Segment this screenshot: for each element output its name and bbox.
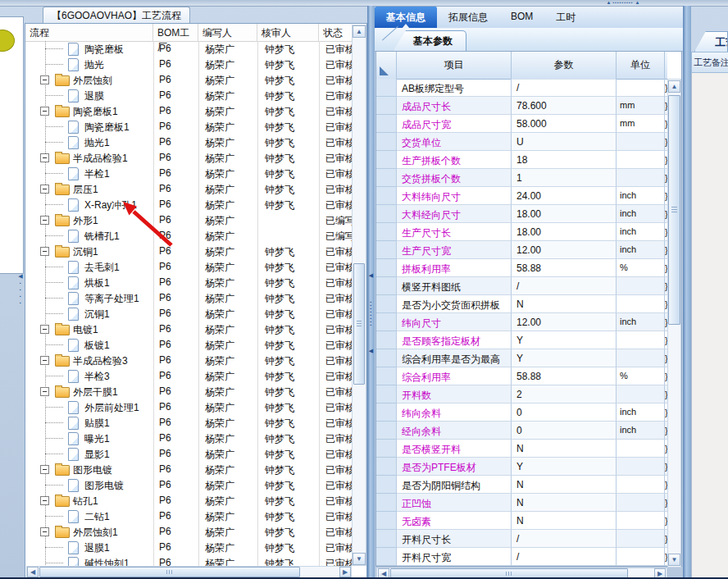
collapse-minus-icon[interactable] (40, 185, 49, 194)
scroll-up-icon[interactable]: ▲ (353, 25, 366, 38)
cell-value[interactable]: N (512, 494, 617, 512)
subtab-basic-params[interactable]: 基本参数 (393, 30, 466, 52)
tree-cell[interactable]: 显影1 (25, 446, 153, 462)
cell-value[interactable]: 0 (512, 422, 617, 440)
splitter-collapse-grip[interactable]: ◀ ▪▪▪▪▪▪▪▪ ◀ (367, 272, 375, 354)
tree-cell[interactable]: 板镀1 (25, 337, 153, 353)
table-row[interactable]: 横竖开料图纸 / } (376, 277, 667, 295)
tree-cell[interactable]: 图形电镀 (25, 477, 153, 493)
row-header[interactable] (376, 241, 397, 259)
tree-row[interactable]: 半检3 P6 杨荣广 钟梦飞 已审核 (25, 368, 352, 384)
tree-row[interactable]: 外层前处理1 P6 杨荣广 钟梦飞 已审核 (25, 399, 352, 415)
table-row[interactable]: 生产尺寸长 18.00 inch } (376, 223, 667, 241)
table-row[interactable]: 成品尺寸长 78.600 mm } (376, 97, 667, 115)
tree-row[interactable]: 外层蚀刻1 P6 杨荣广 钟梦飞 已审核 (25, 524, 352, 540)
table-row[interactable]: AB板绑定型号 / } (376, 79, 667, 97)
tree-cell[interactable]: 半检1 (25, 166, 153, 181)
cell-value[interactable]: 18.00 (512, 205, 617, 223)
row-header[interactable] (376, 115, 397, 133)
cell-value[interactable]: 58.88 (512, 259, 617, 277)
cell-value[interactable]: Y (512, 458, 617, 476)
table-row[interactable]: 正凹蚀 N } (376, 494, 667, 512)
tree-cell[interactable]: 沉铜1 (25, 306, 153, 321)
tree-cell[interactable]: 陶瓷磨板1 (25, 103, 153, 119)
tree-cell[interactable]: 退膜 (25, 88, 153, 103)
row-header[interactable] (376, 79, 397, 97)
tree-row[interactable]: 陶瓷磨板1 P6 杨荣广 钟梦飞 已审核 (25, 119, 352, 134)
table-row[interactable]: 经向余料 0 inch } (376, 422, 667, 440)
tree-cell[interactable]: 抛光 (25, 57, 153, 72)
select-all-corner[interactable] (376, 52, 397, 79)
tree-cell[interactable]: 等离子处理1 (25, 290, 153, 306)
row-header[interactable] (376, 259, 397, 277)
flow-vscroll-thumb[interactable] (353, 263, 365, 385)
table-row[interactable]: 纬向余料 0 inch } (376, 403, 667, 422)
col-header-item[interactable]: 项目 (397, 52, 512, 79)
tree-cell[interactable]: 陶瓷磨板 (25, 41, 153, 57)
tree-row[interactable]: 图形电镀 P6 杨荣广 钟梦飞 已审核 (25, 477, 352, 493)
table-row[interactable]: 交货单位 U } (376, 133, 667, 151)
tree-cell[interactable]: 铣槽孔1 (25, 228, 153, 244)
scroll-right-icon[interactable]: ▶ (339, 567, 351, 577)
col-header-status[interactable]: 状态 (319, 24, 352, 41)
tree-row[interactable]: 去毛刺1 P6 杨荣广 钟梦飞 已审核 (25, 259, 352, 275)
col-header-value[interactable]: 参数 (512, 52, 617, 79)
table-row[interactable]: 开料尺寸宽 / } (376, 548, 667, 566)
cell-value[interactable]: 24.00 (512, 187, 617, 205)
tree-cell[interactable]: 外层干膜1 (25, 384, 153, 399)
tree-row[interactable]: 曝光1 P6 杨荣广 钟梦飞 已审核 (25, 431, 352, 446)
tree-row[interactable]: 显影1 P6 杨荣广 钟梦飞 已审核 (25, 446, 352, 462)
table-row[interactable]: 是否横竖开料 N } (376, 440, 667, 458)
tree-row[interactable]: 烘板1 P6 杨荣广 钟梦飞 已审核 (25, 275, 352, 290)
cell-value[interactable]: / (512, 277, 617, 295)
table-row[interactable]: 拼板利用率 58.88 % } (376, 259, 667, 277)
cell-value[interactable]: U (512, 133, 617, 151)
tree-cell[interactable]: 半成品检验3 (25, 353, 153, 368)
row-header[interactable] (376, 331, 397, 349)
flow-hscroll-thumb[interactable] (39, 567, 300, 577)
collapse-minus-icon[interactable] (40, 216, 49, 225)
row-header[interactable] (376, 169, 397, 187)
vertical-splitter[interactable] (683, 6, 691, 579)
cell-value[interactable]: Y (512, 349, 617, 367)
collapse-grip-icon[interactable]: ▲ ▪▪▪▪▪▪▪▪▪ ▲ (603, 0, 643, 6)
table-row[interactable]: 开料尺寸长 / } (376, 530, 667, 548)
collapse-minus-icon[interactable] (40, 107, 49, 116)
table-row[interactable]: 无卤素 N } (376, 512, 667, 530)
row-header[interactable] (376, 97, 397, 115)
table-row[interactable]: 综合利用率是否为最高 Y } (376, 349, 667, 367)
tree-cell[interactable]: 沉铜1 (25, 244, 153, 259)
cell-value[interactable]: 12.00 (512, 241, 617, 259)
tree-row[interactable]: 半成品检验1 P6 杨荣广 钟梦飞 已审核 (25, 150, 352, 166)
table-row[interactable]: 生产尺寸宽 12.00 inch } (376, 241, 667, 259)
tree-row[interactable]: 陶瓷磨板 P6 杨荣广 钟梦飞 已审核 (25, 41, 352, 57)
table-row[interactable]: 大料经向尺寸 18.00 inch } (376, 205, 667, 223)
flow-panel-tab[interactable]: 【6GOOAOVHAO】工艺流程 (43, 7, 190, 24)
tree-cell[interactable]: 层压1 (25, 181, 153, 197)
tree-cell[interactable]: 外层蚀刻 (25, 72, 153, 88)
param-vscroll-thumb[interactable] (668, 95, 680, 325)
collapse-minus-icon[interactable] (40, 153, 49, 162)
tree-cell[interactable]: 退膜1 (25, 540, 153, 555)
scroll-up-icon[interactable]: ▲ (668, 80, 680, 93)
tree-row[interactable]: 层压1 P6 杨荣广 钟梦飞 已审核 (25, 181, 352, 197)
col-header-bom-factory[interactable]: BOM工厂 (153, 24, 198, 41)
tab-basic-info[interactable]: 基本信息 (375, 7, 437, 28)
cell-value[interactable]: 12.00 (512, 313, 617, 331)
row-header[interactable] (376, 367, 397, 385)
table-row[interactable]: 是否为PTFE板材 Y } (376, 458, 667, 476)
tree-row[interactable]: X-Ray冲孔1 P6 杨荣广 钟梦飞 已审核 (25, 197, 352, 212)
tree-cell[interactable]: 碱性蚀刻1 (25, 555, 153, 567)
row-header[interactable] (376, 223, 397, 241)
col-header-flow[interactable]: 流程 (25, 24, 153, 41)
table-row[interactable]: 纬向尺寸 12.00 inch } (376, 313, 667, 331)
tree-cell[interactable]: 去毛刺1 (25, 259, 153, 275)
cell-value[interactable]: N (512, 476, 617, 494)
collapse-minus-icon[interactable] (40, 356, 49, 365)
tree-cell[interactable]: 半成品检验1 (25, 150, 153, 166)
tree-row[interactable]: 钻孔1 P6 杨荣广 钟梦飞 已审核 (25, 493, 352, 508)
tree-cell[interactable]: 半检3 (25, 368, 153, 384)
cell-value[interactable]: / (512, 530, 617, 548)
left-collapse-grip[interactable]: ◀▪▪▪▪ (17, 273, 24, 322)
scroll-down-icon[interactable]: ▼ (668, 554, 680, 566)
